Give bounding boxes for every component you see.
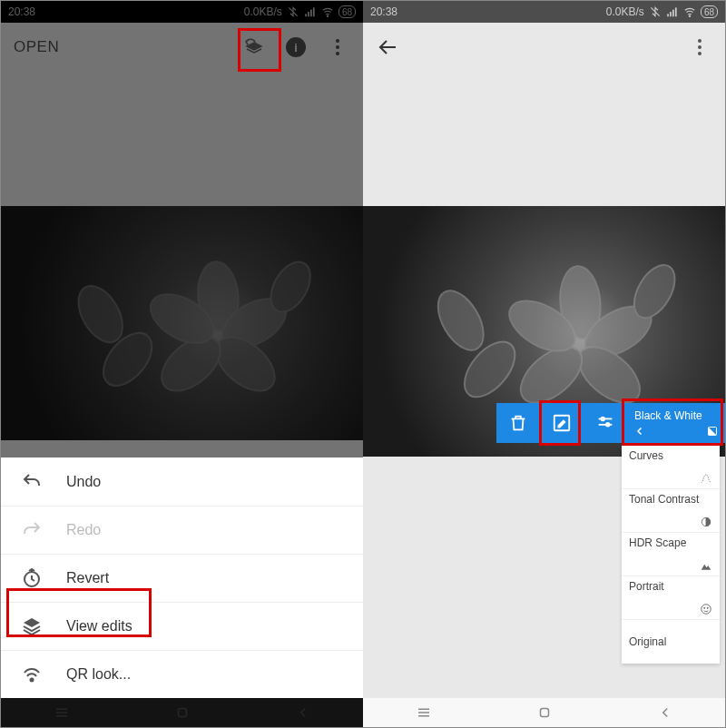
layers-icon bbox=[21, 615, 43, 637]
svg-point-49 bbox=[707, 607, 708, 608]
menu-undo[interactable]: Undo bbox=[1, 457, 363, 506]
svg-rect-23 bbox=[667, 14, 669, 16]
stack-item-original[interactable]: Original bbox=[622, 620, 720, 664]
phone-right: 20:38 0.0KB/s 68 bbox=[363, 1, 725, 727]
undo-icon bbox=[21, 471, 43, 493]
menu-redo: Redo bbox=[1, 506, 363, 554]
menu-label: Redo bbox=[66, 522, 101, 538]
back-button[interactable] bbox=[376, 34, 401, 60]
phone-left: 20:38 0.0KB/s 68 OPEN i bbox=[1, 1, 363, 727]
wifi-icon bbox=[321, 5, 334, 18]
toolbar bbox=[363, 23, 725, 72]
menu-revert[interactable]: Revert bbox=[1, 554, 363, 602]
status-bar: 20:38 0.0KB/s 68 bbox=[1, 1, 363, 23]
menu-label: Undo bbox=[66, 474, 101, 490]
more-icon[interactable] bbox=[687, 34, 712, 60]
svg-rect-22 bbox=[178, 709, 186, 717]
svg-rect-3 bbox=[313, 7, 315, 16]
info-icon[interactable]: i bbox=[283, 34, 309, 60]
portrait-icon bbox=[700, 603, 712, 615]
svg-point-4 bbox=[327, 15, 328, 16]
svg-point-47 bbox=[701, 605, 711, 615]
battery-indicator: 68 bbox=[338, 5, 356, 18]
hdr-icon bbox=[700, 559, 712, 572]
image-preview bbox=[1, 206, 363, 440]
signal-icon bbox=[304, 5, 317, 18]
svg-point-30 bbox=[698, 52, 701, 55]
nav-bar bbox=[1, 698, 363, 727]
stack-label: Original bbox=[629, 635, 712, 648]
svg-point-44 bbox=[606, 423, 610, 427]
menu-qr-look[interactable]: QR look... bbox=[1, 650, 363, 698]
nav-back-icon[interactable] bbox=[657, 704, 673, 721]
filter-toolbar: Black & White bbox=[496, 403, 725, 443]
status-data-rate: 0.0KB/s bbox=[244, 5, 282, 18]
stack-label: Curves bbox=[629, 449, 712, 462]
nav-recent-icon[interactable] bbox=[54, 704, 70, 721]
adjust-button[interactable] bbox=[584, 403, 627, 443]
nav-recent-icon[interactable] bbox=[416, 704, 432, 721]
qr-icon bbox=[21, 664, 43, 685]
svg-rect-1 bbox=[308, 12, 309, 16]
edit-menu-sheet: Undo Redo Revert View edits QR look... bbox=[1, 457, 363, 698]
toolbar: OPEN i bbox=[1, 23, 363, 72]
svg-rect-25 bbox=[672, 10, 674, 17]
stack-label: Portrait bbox=[629, 580, 712, 593]
status-time: 20:38 bbox=[370, 5, 397, 18]
stack-label: HDR Scape bbox=[629, 536, 712, 549]
stack-label: Tonal Contrast bbox=[629, 493, 712, 506]
edit-stack: Curves Tonal Contrast HDR Scape Portrait… bbox=[622, 446, 720, 664]
nav-home-icon[interactable] bbox=[536, 704, 553, 721]
svg-point-6 bbox=[336, 45, 339, 49]
mute-icon bbox=[649, 5, 662, 18]
nav-bar bbox=[363, 698, 725, 727]
nav-home-icon[interactable] bbox=[174, 704, 191, 721]
svg-point-7 bbox=[336, 52, 339, 55]
menu-label: Revert bbox=[66, 570, 109, 586]
stack-item-tonal[interactable]: Tonal Contrast bbox=[622, 489, 720, 533]
svg-rect-0 bbox=[305, 14, 307, 16]
menu-view-edits[interactable]: View edits bbox=[1, 602, 363, 650]
svg-point-18 bbox=[31, 679, 34, 682]
delete-button[interactable] bbox=[496, 403, 540, 443]
svg-point-29 bbox=[698, 45, 701, 49]
svg-point-5 bbox=[336, 39, 339, 43]
menu-label: QR look... bbox=[66, 666, 131, 683]
svg-rect-53 bbox=[540, 709, 548, 717]
open-button[interactable]: OPEN bbox=[14, 38, 59, 56]
status-time: 20:38 bbox=[8, 5, 35, 18]
nav-back-icon[interactable] bbox=[295, 704, 311, 721]
revert-icon bbox=[21, 567, 43, 589]
stack-item-hdr[interactable]: HDR Scape bbox=[622, 533, 720, 576]
current-filter[interactable]: Black & White bbox=[627, 403, 725, 443]
curves-icon bbox=[700, 472, 712, 485]
mute-icon bbox=[287, 5, 299, 18]
svg-rect-26 bbox=[675, 7, 677, 16]
wifi-icon bbox=[683, 5, 696, 18]
svg-rect-2 bbox=[310, 10, 312, 17]
signal-icon bbox=[666, 5, 679, 18]
svg-point-48 bbox=[704, 607, 705, 608]
edit-button[interactable] bbox=[540, 403, 584, 443]
battery-indicator: 68 bbox=[701, 5, 718, 18]
chevron-left-icon bbox=[634, 426, 645, 437]
layers-icon[interactable] bbox=[241, 34, 267, 60]
redo-icon bbox=[21, 519, 43, 541]
svg-rect-24 bbox=[670, 12, 672, 16]
status-bar: 20:38 0.0KB/s 68 bbox=[363, 1, 725, 23]
bw-icon bbox=[707, 426, 718, 437]
menu-label: View edits bbox=[66, 618, 132, 635]
tonal-icon bbox=[700, 516, 712, 528]
stack-item-portrait[interactable]: Portrait bbox=[622, 576, 720, 620]
svg-point-27 bbox=[689, 15, 690, 16]
more-icon[interactable] bbox=[325, 34, 350, 60]
stack-item-curves[interactable]: Curves bbox=[622, 446, 720, 489]
current-filter-label: Black & White bbox=[634, 410, 702, 421]
status-data-rate: 0.0KB/s bbox=[606, 5, 644, 18]
svg-point-43 bbox=[601, 418, 604, 421]
svg-point-37 bbox=[428, 283, 492, 358]
svg-point-28 bbox=[698, 39, 701, 43]
